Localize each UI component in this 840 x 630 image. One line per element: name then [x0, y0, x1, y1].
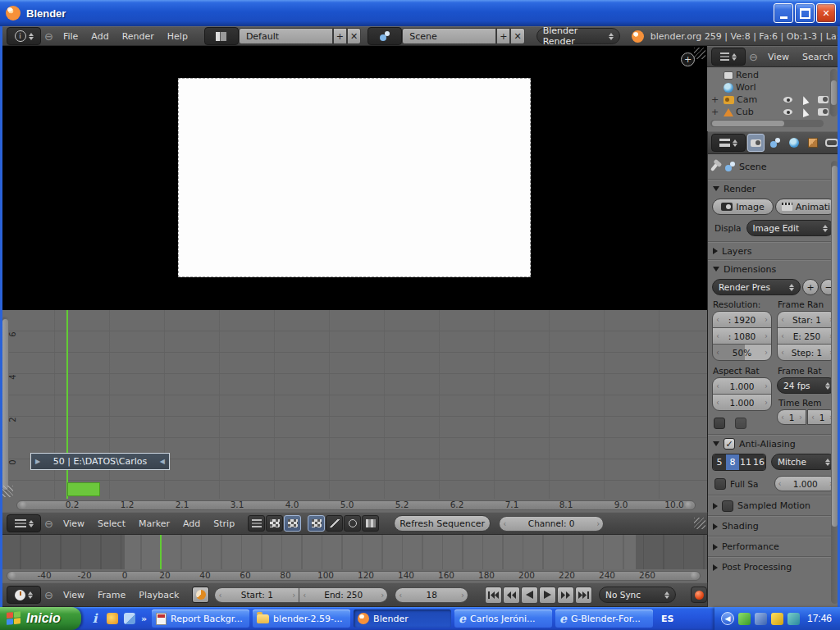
collapse-menus-icon[interactable]: ⊖ — [44, 589, 53, 601]
scrollbar-thumb[interactable] — [831, 80, 837, 105]
tab-scene[interactable] — [766, 134, 783, 152]
volume-tray-icon[interactable] — [788, 613, 800, 625]
full-sample-checkbox[interactable] — [714, 478, 726, 490]
menu-add[interactable]: Add — [84, 31, 115, 42]
outliner-item-camera[interactable]: + Cam — [707, 94, 840, 106]
scrollbar-cap[interactable] — [20, 501, 27, 509]
sequencer-scrollbar[interactable]: 0.2 1.2 2.1 3.1 4.0 5.0 5.2 6.2 7.1 8.1 … — [0, 499, 708, 512]
selectable-cursor-icon[interactable] — [801, 107, 810, 116]
render-preset-dropdown[interactable]: Render Pres — [712, 279, 801, 295]
menu-view[interactable]: View — [57, 518, 91, 529]
image-strip[interactable] — [67, 482, 100, 496]
selectable-cursor-icon[interactable] — [801, 94, 810, 104]
render-animation-button[interactable]: Animati — [775, 199, 837, 215]
timeline-scrollbar[interactable]: -40 -20 0 20 40 60 80 100 120 140 160 18… — [0, 569, 708, 582]
window-titlebar[interactable]: Blender ✕ — [0, 0, 840, 26]
menu-help[interactable]: Help — [161, 31, 194, 42]
tab-object[interactable] — [805, 134, 822, 152]
view-type-both-button[interactable] — [284, 515, 301, 532]
play-reverse-button[interactable] — [521, 587, 538, 604]
menu-file[interactable]: File — [57, 31, 84, 42]
aspect-x-field[interactable]: 1.000 — [713, 378, 771, 394]
scrollbar-cap[interactable] — [9, 572, 16, 579]
display-histogram-button[interactable] — [362, 515, 379, 532]
expand-icon[interactable]: + — [711, 107, 719, 117]
pin-icon[interactable] — [710, 162, 719, 171]
area-resize-corner[interactable] — [694, 48, 705, 59]
visibility-eye-icon[interactable] — [783, 109, 792, 115]
scrollbar-thumb[interactable] — [712, 121, 784, 126]
frame-end-field[interactable]: End: 250 — [299, 587, 388, 603]
add-preset-button[interactable]: + — [802, 279, 819, 295]
display-waveform-button[interactable] — [326, 515, 343, 532]
panel-header-antialiasing[interactable]: ✓ Anti-Aliasing — [708, 436, 840, 452]
add-layout-button[interactable]: + — [333, 28, 347, 44]
aspect-y-field[interactable]: 1.000 — [713, 395, 771, 410]
quicklaunch-mail-icon[interactable] — [122, 612, 136, 626]
task-folder-blender259[interactable]: blender-2.59-... — [253, 609, 350, 628]
scene-icon-button[interactable] — [368, 27, 402, 45]
menu-frame[interactable]: Frame — [91, 590, 132, 600]
sequencer-playhead[interactable] — [66, 310, 68, 499]
view-type-sequencer-button[interactable] — [248, 515, 265, 532]
crop-checkbox[interactable] — [735, 418, 746, 429]
channel-field[interactable]: Channel: 0 — [499, 516, 604, 532]
panel-header-layers[interactable]: Layers — [708, 243, 840, 259]
render-image-button[interactable]: Image — [712, 199, 774, 215]
screen-layout-field[interactable]: Default — [239, 28, 333, 44]
resolution-x-field[interactable]: : 1920 — [713, 312, 771, 327]
outliner-item-renderlayers[interactable]: Rend — [707, 69, 840, 81]
restore-button[interactable] — [795, 3, 815, 23]
render-engine-dropdown[interactable]: Blender Render — [536, 28, 620, 44]
menu-playback[interactable]: Playback — [132, 590, 185, 600]
task-blender-active[interactable]: Blender — [354, 609, 451, 628]
sampled-motion-checkbox[interactable] — [722, 500, 733, 512]
editor-type-selector[interactable] — [711, 48, 746, 66]
collapse-menus-icon[interactable]: ⊖ — [44, 518, 53, 530]
aa-samples-5[interactable]: 5 — [713, 454, 726, 470]
hide-tray-icons-button[interactable]: ◀ — [721, 612, 734, 625]
filter-size-field[interactable]: 1.000 — [774, 476, 838, 491]
border-checkbox[interactable] — [714, 418, 725, 429]
editor-type-selector[interactable]: i — [7, 27, 41, 45]
editor-type-selector[interactable] — [7, 586, 41, 604]
prev-keyframe-button[interactable] — [503, 587, 520, 604]
start-button[interactable]: Inicio — [0, 607, 81, 630]
play-button[interactable] — [539, 587, 556, 604]
scrollbar-cap[interactable] — [691, 572, 698, 579]
collapse-menus-icon[interactable]: ⊖ — [749, 51, 758, 63]
renderable-camera-icon[interactable] — [818, 96, 829, 103]
resolution-percentage-slider[interactable]: 50% — [713, 345, 771, 360]
next-keyframe-button[interactable] — [557, 587, 574, 604]
jump-to-end-button[interactable] — [575, 587, 592, 604]
expand-icon[interactable]: + — [711, 94, 719, 105]
display-vectorscope-button[interactable] — [344, 515, 361, 532]
menu-add[interactable]: Add — [176, 518, 207, 529]
record-button[interactable] — [691, 587, 707, 603]
scrollbar-track[interactable] — [7, 571, 701, 581]
panel-header-performance[interactable]: Performance — [708, 537, 840, 556]
frame-end-field[interactable]: E: 250 — [778, 328, 836, 344]
scrollbar-cap[interactable] — [685, 501, 692, 509]
fps-dropdown[interactable]: 24 fps — [777, 377, 837, 394]
task-ie-carlos[interactable]: e Carlos Jeróni... — [454, 609, 552, 628]
menu-render[interactable]: Render — [116, 31, 161, 42]
outliner-horizontal-scrollbar[interactable] — [710, 120, 824, 127]
display-image-button[interactable] — [308, 515, 325, 532]
resolution-y-field[interactable]: : 1080 — [713, 328, 771, 344]
aa-samples-16[interactable]: 16 — [752, 454, 765, 470]
outliner-item-cube[interactable]: + Cub — [707, 106, 840, 118]
panel-header-post-processing[interactable]: Post Processing — [708, 558, 840, 577]
preview-range-button[interactable] — [192, 587, 209, 603]
quicklaunch-media-icon[interactable] — [105, 612, 119, 626]
area-resize-corner[interactable] — [694, 518, 705, 529]
frame-step-field[interactable]: Step: 1 — [778, 345, 836, 360]
task-ie-gblender[interactable]: e G-Blender-For... — [555, 609, 653, 628]
strip-name-field[interactable]: ▶ 50 | E:\DATOS\Carlos ◀ — [30, 453, 170, 470]
scrollbar-thumb[interactable] — [832, 166, 838, 527]
timeline-area[interactable] — [0, 535, 708, 569]
view-type-preview-button[interactable] — [266, 515, 283, 532]
outliner-vertical-scrollbar[interactable] — [830, 69, 838, 116]
renderable-camera-icon[interactable] — [818, 108, 829, 116]
panel-header-dimensions[interactable]: Dimensions — [708, 261, 840, 277]
